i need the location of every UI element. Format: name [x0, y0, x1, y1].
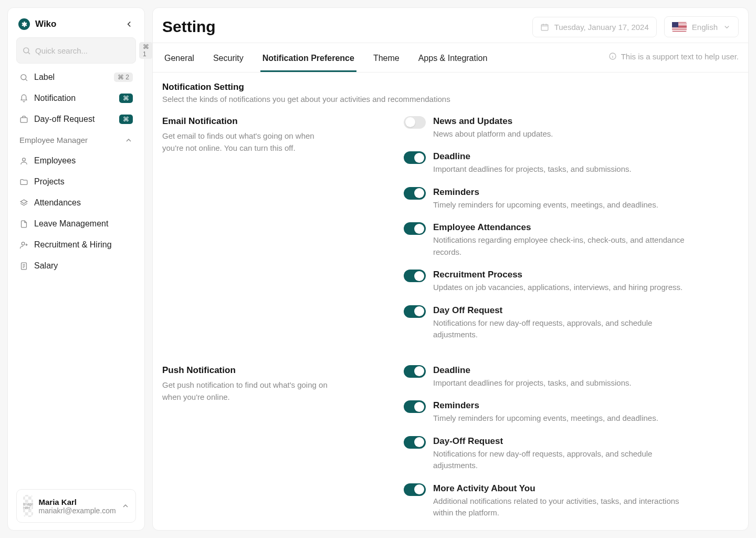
search-input-row[interactable]: ⌘ 1: [16, 37, 136, 64]
bell-icon: [19, 94, 29, 103]
date-picker[interactable]: Tuesday, January 17, 2024: [532, 17, 657, 37]
toggle-desc: Notifications for new day-off requests, …: [433, 448, 685, 472]
toggle-row: More Activity About YouAdditional notifi…: [404, 483, 739, 519]
svg-point-4: [22, 242, 25, 245]
user-plus-icon: [19, 240, 29, 250]
toggle-switch[interactable]: [404, 222, 426, 235]
sidebar: ✱ Wiko ⌘ 1 Label ⌘ 2 Notification ⌘ Day-…: [7, 7, 145, 531]
svg-rect-2: [20, 117, 27, 122]
svg-point-3: [23, 158, 26, 161]
main-panel: Setting Tuesday, January 17, 2024 Englis…: [152, 7, 749, 531]
tag-icon: [19, 73, 29, 82]
toggle-desc: Updates on job vacancies, applications, …: [433, 282, 682, 294]
avatar: Image here: [23, 495, 33, 517]
tab-apps-integration[interactable]: Apps & Integration: [416, 47, 490, 72]
brand-row: ✱ Wiko: [13, 15, 139, 37]
toggle-title: Day-Off Request: [433, 436, 685, 447]
search-icon: [22, 46, 31, 55]
toggle-row: Recruitment ProcessUpdates on job vacanc…: [404, 270, 739, 294]
sidebar-item-dayoff[interactable]: Day-off Request ⌘: [13, 109, 139, 130]
toggle-switch[interactable]: [404, 270, 426, 282]
toggle-title: Day Off Request: [433, 305, 685, 316]
toggle-desc: Notifications for new day-off requests, …: [433, 317, 685, 341]
toggle-switch[interactable]: [404, 436, 426, 449]
receipt-icon: [19, 261, 29, 271]
shortcut-badge: ⌘ 2: [114, 73, 133, 82]
toggle-desc: Notifications regarding employee check-i…: [433, 234, 685, 258]
toggle-switch[interactable]: [404, 116, 426, 129]
toggle-desc: Timely reminders for upcoming events, me…: [433, 412, 658, 425]
toggle-title: News and Updates: [433, 116, 553, 127]
svg-point-1: [21, 74, 26, 79]
toggle-switch[interactable]: [404, 305, 426, 318]
chevron-up-icon: [124, 136, 133, 144]
sidebar-item-label[interactable]: Label ⌘ 2: [13, 67, 139, 88]
briefcase-icon: [19, 115, 29, 124]
tab-theme[interactable]: Theme: [371, 47, 402, 72]
section-title: Notification Setting: [162, 82, 739, 92]
language-selector[interactable]: English: [664, 16, 739, 37]
brand-name: Wiko: [35, 19, 56, 29]
sidebar-item-leave[interactable]: Leave Management: [13, 213, 139, 234]
user-card[interactable]: Image here Maria Karl mariakrl@example.c…: [16, 489, 136, 523]
group-title: Email Notification: [162, 116, 335, 127]
user-icon: [19, 156, 29, 165]
toggle-row: RemindersTimely reminders for upcoming e…: [404, 400, 739, 425]
tab-security[interactable]: Security: [211, 47, 246, 72]
toggle-title: Employee Attendances: [433, 222, 685, 233]
toggle-desc: News about platform and updates.: [433, 128, 553, 140]
info-icon: [608, 52, 617, 60]
sidebar-item-employees[interactable]: Employees: [13, 150, 139, 171]
toggle-switch[interactable]: [404, 483, 426, 496]
toggle-desc: Timely reminders for upcoming events, me…: [433, 199, 658, 211]
tab-notification-preference[interactable]: Notification Preference: [260, 47, 356, 72]
toggle-switch[interactable]: [404, 400, 426, 413]
notification-group: Push NotificationGet push notification t…: [162, 365, 739, 519]
toggle-row: Employee AttendancesNotifications regard…: [404, 222, 739, 258]
search-input[interactable]: [35, 46, 135, 55]
toggle-title: Reminders: [433, 400, 658, 411]
page-title: Setting: [162, 18, 216, 36]
toggle-title: Deadline: [433, 365, 632, 376]
svg-point-0: [24, 47, 29, 53]
sidebar-item-recruitment[interactable]: Recruitment & Hiring: [13, 234, 139, 255]
toggle-row: Day-Off RequestNotifications for new day…: [404, 436, 739, 472]
brand-logo: ✱: [18, 18, 30, 30]
group-desc: Get push notification to find out what's…: [162, 379, 335, 404]
calendar-icon: [540, 23, 549, 32]
toggle-title: More Activity About You: [433, 483, 685, 494]
shortcut-badge: ⌘: [119, 94, 133, 103]
sidebar-item-salary[interactable]: Salary: [13, 255, 139, 276]
toggle-row: RemindersTimely reminders for upcoming e…: [404, 187, 739, 211]
toggle-desc: Additional notifications related to your…: [433, 495, 685, 519]
tabs: General Security Notification Preference…: [153, 43, 748, 73]
layers-icon: [19, 198, 29, 208]
chevron-left-icon[interactable]: [124, 19, 134, 29]
content: Notification Setting Select the kinds of…: [153, 73, 748, 530]
sidebar-section-header[interactable]: Employee Manager: [13, 130, 139, 150]
group-desc: Get email to finds out what's going on w…: [162, 130, 335, 154]
toggle-switch[interactable]: [404, 187, 426, 200]
sidebar-item-projects[interactable]: Projects: [13, 171, 139, 192]
notification-group: Email NotificationGet email to finds out…: [162, 116, 739, 341]
date-text: Tuesday, January 17, 2024: [554, 23, 649, 32]
chevron-up-icon: [121, 502, 130, 510]
file-icon: [19, 219, 29, 229]
section-title: Employee Manager: [19, 136, 88, 144]
sidebar-item-attendances[interactable]: Attendances: [13, 192, 139, 213]
chevron-down-icon: [723, 23, 731, 31]
support-text: This is a support text to help user.: [608, 52, 739, 67]
folder-icon: [19, 177, 29, 187]
sidebar-item-notification[interactable]: Notification ⌘: [13, 88, 139, 109]
svg-rect-6: [541, 24, 548, 30]
tab-general[interactable]: General: [162, 47, 196, 72]
toggle-switch[interactable]: [404, 151, 426, 164]
toggle-row: DeadlineImportant deadlines for projects…: [404, 365, 739, 389]
shortcut-badge: ⌘: [119, 115, 133, 124]
user-name: Maria Karl: [38, 498, 116, 506]
flag-us-icon: [672, 22, 687, 32]
topbar: Setting Tuesday, January 17, 2024 Englis…: [153, 8, 748, 43]
toggle-title: Recruitment Process: [433, 270, 682, 280]
section-subtitle: Select the kinds of notifications you ge…: [162, 95, 739, 104]
toggle-switch[interactable]: [404, 365, 426, 378]
